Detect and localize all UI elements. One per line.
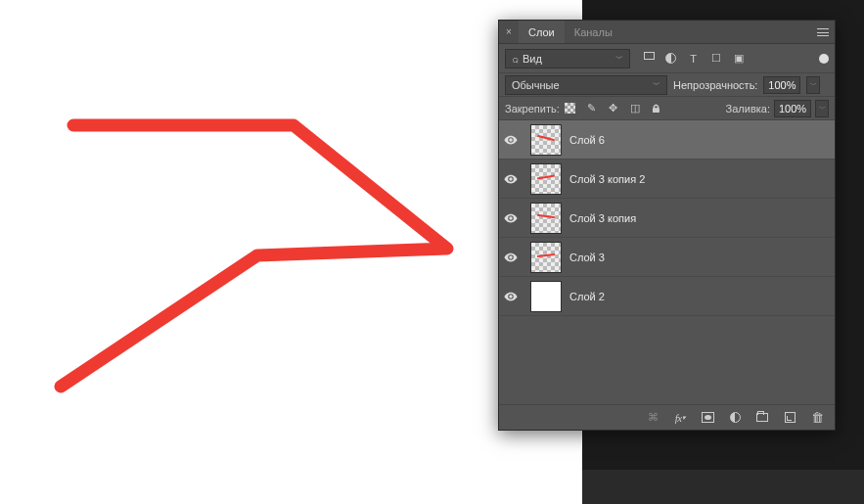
- link-layers-icon[interactable]: ⌘: [645, 410, 660, 426]
- layer-thumbnail[interactable]: [530, 203, 562, 234]
- layers-list: Слой 6Слой 3 копия 2Слой 3 копияСлой 3Сл…: [499, 120, 835, 404]
- chevron-down-icon: ﹀: [615, 53, 623, 64]
- layer-name: Слой 3 копия 2: [569, 173, 645, 185]
- layer-name: Слой 6: [569, 134, 605, 146]
- lock-all-icon[interactable]: 🔒︎: [650, 102, 663, 115]
- adjustment-layer-icon[interactable]: [727, 410, 743, 426]
- fill-chevron-icon[interactable]: ﹀: [815, 100, 829, 117]
- blend-mode-dropdown[interactable]: Обычные ﹀: [505, 75, 667, 95]
- layer-row[interactable]: Слой 2: [499, 277, 835, 316]
- opacity-label: Непрозрачность:: [673, 79, 757, 91]
- layer-name: Слой 2: [569, 291, 605, 302]
- layer-row[interactable]: Слой 3 копия: [499, 199, 835, 238]
- fill-value[interactable]: 100%: [774, 100, 811, 117]
- filter-kind-dropdown[interactable]: ⌕ Вид ﹀: [505, 49, 630, 69]
- tab-channels[interactable]: Каналы: [565, 21, 622, 43]
- filter-type-icons: T ☐ ▣: [644, 52, 745, 65]
- fill-label: Заливка:: [726, 103, 770, 115]
- layer-row[interactable]: Слой 3: [499, 238, 835, 277]
- layer-name: Слой 3 копия: [569, 212, 636, 224]
- filter-adjust-icon[interactable]: [664, 52, 677, 65]
- document-canvas[interactable]: [0, 0, 582, 504]
- filter-shape-icon[interactable]: ☐: [709, 52, 722, 65]
- layer-name: Слой 3: [569, 252, 605, 263]
- new-layer-icon[interactable]: [782, 410, 797, 426]
- layer-mask-icon[interactable]: [700, 410, 715, 426]
- visibility-eye-icon[interactable]: [499, 133, 523, 147]
- artwork-shape: [0, 0, 582, 504]
- panel-menu-icon[interactable]: [811, 28, 835, 36]
- layer-thumbnail[interactable]: [530, 124, 562, 156]
- filter-off-toggle[interactable]: [819, 54, 829, 64]
- lock-pixels-icon[interactable]: [564, 102, 577, 115]
- layer-row[interactable]: Слой 3 копия 2: [499, 160, 835, 199]
- filter-smart-icon[interactable]: ▣: [732, 52, 745, 65]
- chevron-down-icon: ﹀: [653, 79, 660, 90]
- close-icon[interactable]: ×: [499, 26, 519, 37]
- search-icon: ⌕: [512, 53, 519, 65]
- layer-row[interactable]: Слой 6: [499, 120, 835, 160]
- layer-thumbnail[interactable]: [530, 163, 562, 195]
- opacity-chevron-icon[interactable]: ﹀: [806, 76, 820, 94]
- visibility-eye-icon[interactable]: [499, 290, 523, 303]
- lock-artboard-icon[interactable]: ◫: [628, 102, 642, 115]
- lock-position-icon[interactable]: ✥: [607, 102, 620, 115]
- delete-layer-icon[interactable]: 🗑︎: [809, 410, 825, 426]
- lock-label: Закрепить:: [505, 103, 560, 115]
- opacity-value[interactable]: 100%: [763, 76, 800, 94]
- tab-layers[interactable]: Слои: [519, 21, 565, 43]
- visibility-eye-icon[interactable]: [499, 251, 523, 264]
- filter-type-icon[interactable]: T: [687, 52, 700, 65]
- visibility-eye-icon[interactable]: [499, 211, 523, 225]
- lock-brush-icon[interactable]: ✎: [585, 102, 599, 115]
- layer-thumbnail[interactable]: [530, 242, 562, 273]
- layer-fx-icon[interactable]: fx▾: [672, 410, 688, 426]
- filter-pixel-icon[interactable]: [644, 52, 655, 60]
- layers-panel: × Слои Каналы ⌕ Вид ﹀ T ☐ ▣ Обычные ﹀ Не…: [498, 20, 836, 431]
- visibility-eye-icon[interactable]: [499, 172, 523, 186]
- new-group-icon[interactable]: [754, 410, 770, 426]
- layer-thumbnail[interactable]: [530, 281, 562, 312]
